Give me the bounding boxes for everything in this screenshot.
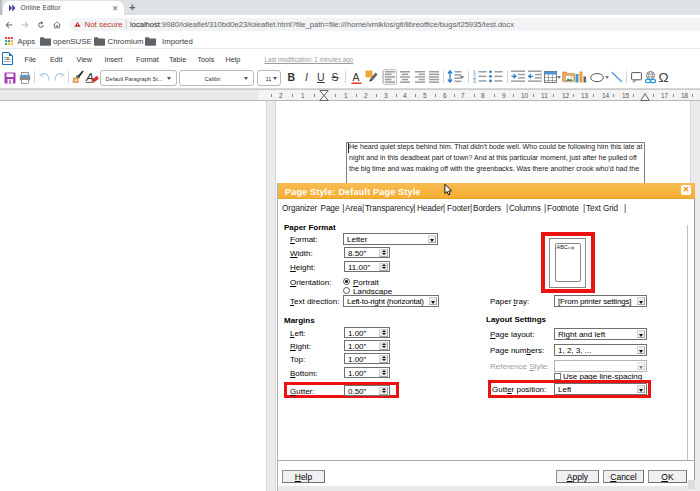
svg-text:3.: 3. xyxy=(473,79,477,83)
svg-text:A: A xyxy=(353,71,360,83)
